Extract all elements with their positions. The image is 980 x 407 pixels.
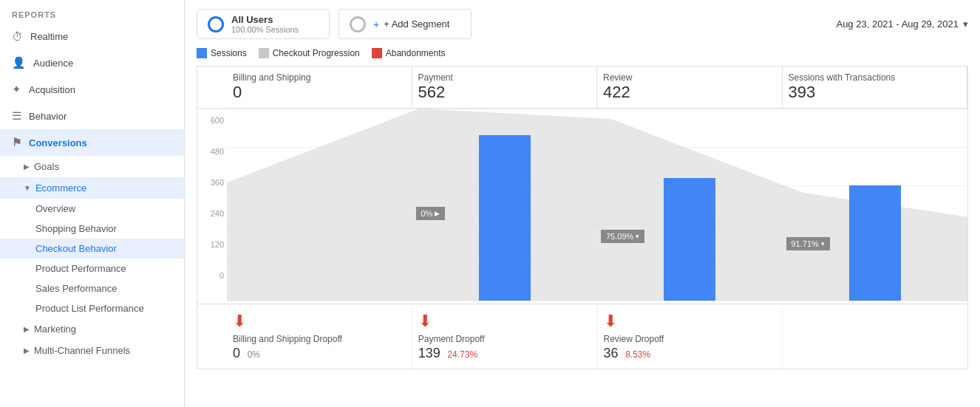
dropoff-col-transactions	[783, 304, 967, 369]
chart-col-payment: 0% ▶	[412, 109, 598, 301]
sidebar-item-marketing[interactable]: ▶ Marketing	[0, 318, 184, 340]
dropoff-section: ⬇ Billing and Shipping Dropoff 0 0% ⬇ Pa…	[197, 304, 967, 369]
metric-review-value: 422	[603, 83, 776, 102]
badge-trans-arrow-icon: ▾	[821, 240, 825, 247]
dropoff-billing-pct: 0%	[248, 349, 260, 360]
dropoff-arrow-payment-icon: ⬇	[418, 312, 591, 331]
top-bar: All Users 100.00% Sessions + + Add Segme…	[197, 9, 968, 39]
dropoff-review-pct: 8.53%	[625, 349, 650, 360]
segment-add[interactable]: + + Add Segment	[338, 9, 472, 39]
segment-all-users[interactable]: All Users 100.00% Sessions	[197, 9, 330, 39]
sidebar-item-conversions[interactable]: ⚑ Conversions	[0, 129, 184, 156]
y-480: 480	[197, 147, 224, 156]
metric-sessions-transactions-label: Sessions with Transactions	[789, 72, 962, 83]
acquisition-icon: ✦	[12, 83, 21, 96]
y-axis: 600 480 360 240 120 0	[197, 109, 227, 301]
marketing-label: Marketing	[34, 324, 76, 335]
sidebar-item-ecommerce[interactable]: ▼ Ecommerce	[0, 177, 184, 199]
main-content: All Users 100.00% Sessions + + Add Segme…	[185, 0, 980, 407]
chart-columns-area: 0% ▶ 75.09% ▾	[227, 109, 967, 301]
legend-checkout-progression: Checkout Progression	[259, 48, 360, 58]
sidebar-item-goals[interactable]: ▶ Goals	[0, 156, 184, 177]
legend-abandonments-label: Abandonments	[386, 48, 446, 58]
y-360: 360	[197, 178, 224, 187]
sidebar-item-acquisition[interactable]: ✦ Acquisition	[0, 76, 184, 103]
dropoff-review-label: Review Dropoff	[604, 334, 777, 344]
dropoff-col-review: ⬇ Review Dropoff 36 8.53%	[598, 304, 783, 369]
chevron-right-multichannel-icon: ▶	[24, 346, 30, 355]
sidebar-item-label-behavior: Behavior	[29, 111, 67, 122]
sidebar-item-label-realtime: Realtime	[30, 31, 68, 42]
chevron-right-icon: ▶	[24, 163, 30, 171]
y-600: 600	[197, 116, 224, 125]
dropoff-billing-row: 0 0%	[233, 346, 406, 361]
legend-sessions: Sessions	[197, 48, 247, 58]
bar-transactions	[849, 185, 901, 301]
segment-title: All Users	[231, 14, 299, 25]
legend-sessions-box	[197, 48, 207, 58]
date-range-selector[interactable]: Aug 23, 2021 - Aug 29, 2021 ▾	[836, 18, 968, 30]
sidebar-item-overview[interactable]: Overview	[0, 199, 184, 219]
chart-col-billing	[227, 109, 412, 301]
goals-label: Goals	[34, 161, 59, 172]
chart-legend: Sessions Checkout Progression Abandonmen…	[197, 48, 968, 58]
badge-75pct: 75.09% ▾	[601, 230, 644, 243]
sales-performance-label: Sales Performance	[35, 283, 118, 294]
dropoff-arrow-review-icon: ⬇	[604, 312, 777, 331]
add-segment-label: + Add Segment	[384, 18, 449, 30]
bar-columns: 0% ▶ 75.09% ▾	[227, 109, 967, 301]
legend-checkout-label: Checkout Progression	[273, 48, 360, 58]
sidebar-item-sales-performance[interactable]: Sales Performance	[0, 278, 184, 298]
metric-billing-value: 0	[233, 83, 406, 102]
sidebar-item-label-acquisition: Acquisition	[29, 84, 75, 95]
date-range-text: Aug 23, 2021 - Aug 29, 2021	[836, 18, 959, 30]
audience-icon: 👤	[12, 56, 26, 69]
sidebar-item-audience[interactable]: 👤 Audience	[0, 49, 184, 76]
metric-sessions-transactions-value: 393	[789, 83, 962, 102]
segment-plus-icon: +	[373, 18, 379, 30]
legend-sessions-label: Sessions	[211, 48, 247, 58]
chevron-down-icon: ▼	[24, 184, 31, 192]
sidebar-item-shopping-behavior[interactable]: Shopping Behavior	[0, 219, 184, 239]
dropdown-arrow-icon: ▾	[963, 18, 968, 30]
grid-line-0	[227, 301, 967, 301]
segment-info: All Users 100.00% Sessions	[231, 14, 299, 34]
sidebar-item-label-conversions: Conversions	[29, 137, 87, 148]
chart-body: 600 480 360 240 120 0	[197, 108, 967, 301]
y-240: 240	[197, 209, 224, 218]
legend-abandonments-box	[372, 48, 382, 58]
badge-review-arrow-icon: ▾	[636, 233, 639, 240]
chevron-right-marketing-icon: ▶	[24, 325, 30, 333]
badge-0pct: 0% ▶	[416, 207, 446, 220]
dropoff-payment-label: Payment Dropoff	[418, 334, 591, 344]
product-list-performance-label: Product List Performance	[35, 303, 144, 314]
legend-checkout-box	[259, 48, 269, 58]
segment-add-circle-icon	[350, 16, 366, 33]
funnel-chart-wrapper: Billing and Shipping 0 Payment 562 Revie…	[197, 66, 968, 369]
dropoff-review-value: 36	[604, 346, 619, 360]
sidebar-item-checkout-behavior[interactable]: Checkout Behavior	[0, 239, 184, 259]
metric-payment-label: Payment	[418, 72, 591, 83]
metric-billing: Billing and Shipping 0	[227, 66, 412, 108]
y-120: 120	[197, 240, 224, 249]
metrics-row: Billing and Shipping 0 Payment 562 Revie…	[197, 66, 967, 108]
segment-circle-icon	[208, 16, 224, 33]
overview-label: Overview	[35, 203, 75, 214]
sidebar-item-realtime[interactable]: ⏱ Realtime	[0, 24, 184, 49]
bar-review	[664, 178, 715, 301]
sidebar-item-product-performance[interactable]: Product Performance	[0, 259, 184, 278]
metric-payment: Payment 562	[412, 66, 598, 108]
chart-col-review: 75.09% ▾	[597, 109, 783, 301]
metric-review-label: Review	[603, 72, 776, 83]
metric-sessions-transactions: Sessions with Transactions 393	[783, 66, 968, 108]
product-performance-label: Product Performance	[35, 263, 126, 274]
sidebar-item-multi-channel[interactable]: ▶ Multi-Channel Funnels	[0, 340, 184, 361]
dropoff-col-billing: ⬇ Billing and Shipping Dropoff 0 0%	[227, 304, 412, 369]
dropoff-billing-label: Billing and Shipping Dropoff	[233, 334, 406, 344]
metric-billing-label: Billing and Shipping	[233, 72, 406, 83]
sidebar-item-product-list-performance[interactable]: Product List Performance	[0, 298, 184, 318]
sidebar-item-behavior[interactable]: ☰ Behavior	[0, 103, 184, 129]
segments-bar: All Users 100.00% Sessions + + Add Segme…	[197, 9, 472, 39]
shopping-behavior-label: Shopping Behavior	[35, 223, 117, 234]
y-0: 0	[197, 271, 224, 280]
